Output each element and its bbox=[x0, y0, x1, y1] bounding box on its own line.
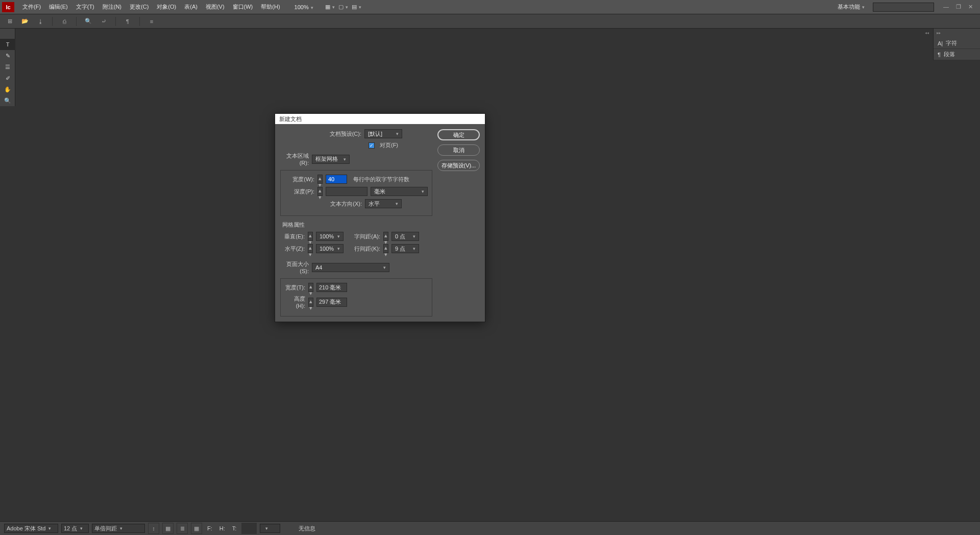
pwidth-label: 宽度(T): bbox=[285, 284, 305, 291]
save-preset-button[interactable]: 存储预设(V)... bbox=[437, 160, 480, 171]
menu-file[interactable]: 文件(F) bbox=[18, 0, 45, 14]
horz-spinner[interactable]: ▴▾ bbox=[308, 244, 313, 253]
pwidth-input[interactable]: 210 毫米 bbox=[316, 283, 347, 292]
menu-table[interactable]: 表(A) bbox=[180, 0, 202, 14]
control-toolbar: ⊞ 📂 ⭳ ⎙ 🔍 ⤾ ¶ ≡ bbox=[0, 14, 980, 29]
width-suffix: 每行中的双字节字符数 bbox=[353, 176, 409, 183]
zoom-level[interactable]: 100%▾ bbox=[284, 4, 324, 10]
menu-change[interactable]: 更改(C) bbox=[126, 0, 153, 14]
new-doc-icon[interactable]: ⊞ bbox=[4, 16, 15, 27]
preset-combo[interactable]: [默认]▾ bbox=[364, 129, 402, 138]
textarea-combo[interactable]: 框架网格▾ bbox=[312, 155, 350, 164]
ok-button[interactable]: 确定 bbox=[437, 129, 480, 140]
charsp-combo[interactable]: 0 点▾ bbox=[391, 232, 419, 241]
linesp-label: 行间距(K): bbox=[347, 245, 380, 253]
f-label: F: bbox=[207, 525, 212, 531]
pilcrow-icon[interactable]: ¶ bbox=[122, 16, 133, 27]
hand-tool-icon[interactable]: ✋ bbox=[0, 84, 15, 95]
align-icon[interactable]: ≣ bbox=[177, 523, 188, 534]
panel-character[interactable]: A|字符 bbox=[934, 38, 980, 49]
width-spinner[interactable]: ▴▾ bbox=[317, 175, 323, 184]
font-size-combo[interactable]: 12 点▾ bbox=[61, 524, 89, 533]
width-label: 宽度(W): bbox=[285, 176, 314, 183]
pwidth-spinner[interactable]: ▴▾ bbox=[308, 283, 313, 292]
font-family-combo[interactable]: Adobe 宋体 Std▾ bbox=[4, 524, 58, 533]
menu-lines-icon[interactable]: ≡ bbox=[146, 16, 157, 27]
print-icon[interactable]: ⎙ bbox=[59, 16, 70, 27]
expand-panel-icon[interactable]: ▸▸ bbox=[937, 31, 941, 35]
text-group: 宽度(W): ▴▾ 40 每行中的双字节字符数 深度(P): ▴▾ 毫米▾ 文本… bbox=[280, 170, 432, 216]
facing-pages-checkbox[interactable]: ✓ bbox=[369, 142, 375, 149]
vert-combo[interactable]: 100%▾ bbox=[316, 232, 344, 241]
color-swatch-icon[interactable] bbox=[241, 523, 257, 534]
h-label: H: bbox=[219, 525, 225, 531]
pheight-spinner[interactable]: ▴▾ bbox=[308, 298, 313, 307]
depth-input[interactable] bbox=[326, 187, 368, 196]
panel-paragraph[interactable]: ¶段落 bbox=[934, 49, 980, 60]
menu-object[interactable]: 对象(O) bbox=[153, 0, 180, 14]
pheight-input[interactable]: 297 毫米 bbox=[316, 298, 347, 307]
direction-vert-icon[interactable]: ↕ bbox=[148, 523, 159, 534]
spellcheck-icon[interactable]: ⤾ bbox=[98, 16, 109, 27]
width-input[interactable]: 40 bbox=[326, 175, 347, 184]
app-icon: Ic bbox=[2, 2, 14, 12]
direction-horz-icon[interactable]: ▦ bbox=[162, 523, 174, 534]
menu-window[interactable]: 窗口(W) bbox=[229, 0, 257, 14]
horz-combo[interactable]: 100%▾ bbox=[316, 244, 344, 253]
linesp-spinner[interactable]: ▴▾ bbox=[383, 244, 388, 253]
textdir-label: 文本方向(X): bbox=[311, 200, 362, 208]
depth-unit-combo[interactable]: 毫米▾ bbox=[371, 187, 428, 196]
menu-edit[interactable]: 编辑(E) bbox=[45, 0, 72, 14]
menu-annot[interactable]: 附注(N) bbox=[99, 0, 126, 14]
para-icon: ¶ bbox=[938, 52, 941, 58]
eyedropper-icon[interactable]: ✐ bbox=[0, 72, 15, 84]
menubar: Ic 文件(F) 编辑(E) 文字(T) 附注(N) 更改(C) 对象(O) 表… bbox=[0, 0, 980, 14]
search-icon[interactable]: 🔍 bbox=[83, 16, 94, 27]
cancel-button[interactable]: 取消 bbox=[437, 144, 480, 156]
preset-label: 文档预设(C): bbox=[310, 130, 361, 138]
arrange-icon[interactable]: ▤▾ bbox=[352, 3, 361, 12]
linesp-combo[interactable]: 9 点▾ bbox=[391, 244, 419, 253]
depth-spinner[interactable]: ▴▾ bbox=[317, 187, 323, 196]
position-tool-icon[interactable]: ☰ bbox=[0, 61, 15, 72]
grid-title: 网格属性 bbox=[282, 221, 432, 229]
collapse-right-icon[interactable]: ◂◂ bbox=[925, 31, 929, 35]
view-mode-icon[interactable]: ▦▾ bbox=[326, 3, 335, 12]
facing-pages-label: 对页(F) bbox=[380, 141, 398, 149]
search-input[interactable] bbox=[873, 3, 934, 12]
t-label: T: bbox=[232, 525, 237, 531]
char-icon: A| bbox=[938, 40, 943, 46]
left-toolbox: T ✎ ☰ ✐ ✋ 🔍 bbox=[0, 29, 15, 106]
menu-text[interactable]: 文字(T) bbox=[72, 0, 99, 14]
pheight-label: 高度(H): bbox=[285, 295, 305, 309]
vert-spinner[interactable]: ▴▾ bbox=[308, 232, 313, 241]
menu-help[interactable]: 帮助(H) bbox=[257, 0, 284, 14]
open-icon[interactable]: 📂 bbox=[19, 16, 31, 27]
textdir-combo[interactable]: 水平▾ bbox=[365, 199, 402, 208]
zoom-tool-icon[interactable]: 🔍 bbox=[0, 95, 15, 106]
pagesize-label: 页面大小(S): bbox=[280, 260, 309, 274]
status-bar: Adobe 宋体 Std▾ 12 点▾ 单倍间距▾ ↕ ▦ ≣ ▦ F: H: … bbox=[0, 521, 980, 535]
minimize-button[interactable]: — bbox=[943, 4, 949, 10]
textarea-label: 文本区域(R): bbox=[280, 152, 309, 166]
info-label: 无信息 bbox=[299, 525, 315, 532]
right-panel-strip: ▸▸ A|字符 ¶段落 bbox=[933, 29, 980, 60]
type-tool-icon[interactable]: T bbox=[0, 39, 15, 50]
grid-icon[interactable]: ▦ bbox=[191, 523, 202, 534]
page-dim-group: 宽度(T): ▴▾ 210 毫米 高度(H): ▴▾ 297 毫米 bbox=[280, 278, 432, 317]
pagesize-combo[interactable]: A4▾ bbox=[312, 263, 389, 272]
charsp-label: 字间距(A): bbox=[347, 233, 380, 240]
note-tool-icon[interactable]: ✎ bbox=[0, 50, 15, 61]
maximize-button[interactable]: ❐ bbox=[956, 4, 961, 10]
menu-view[interactable]: 视图(V) bbox=[202, 0, 229, 14]
stroke-combo[interactable]: ▾ bbox=[260, 524, 280, 533]
charsp-spinner[interactable]: ▴▾ bbox=[383, 232, 388, 241]
dialog-title: 新建文档 bbox=[275, 114, 485, 124]
close-button[interactable]: ✕ bbox=[968, 4, 973, 10]
save-icon[interactable]: ⭳ bbox=[35, 16, 46, 27]
horz-label: 水平(Z): bbox=[280, 245, 305, 253]
workspace-switcher[interactable]: 基本功能▾ bbox=[834, 3, 869, 11]
line-spacing-combo[interactable]: 单倍间距▾ bbox=[92, 524, 145, 533]
new-document-dialog: 新建文档 文档预设(C): [默认]▾ ✓ 对页(F) 文本区域(R): 框架网… bbox=[275, 113, 485, 322]
screen-mode-icon[interactable]: ▢▾ bbox=[339, 3, 348, 12]
